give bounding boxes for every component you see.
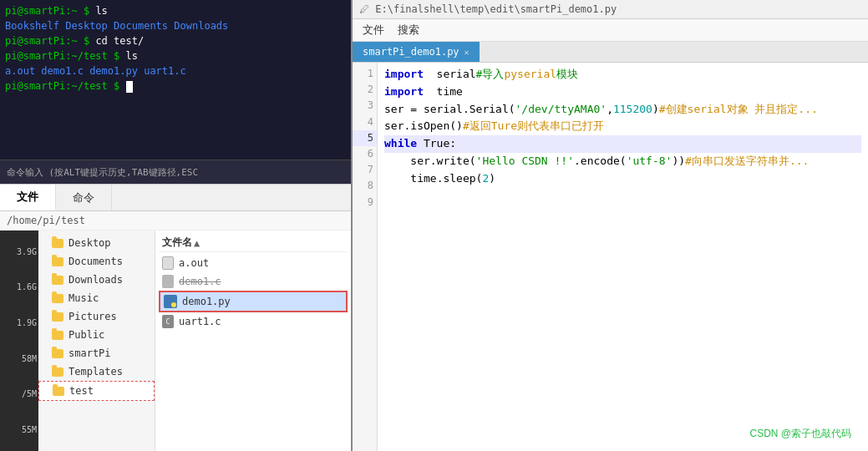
editor-menubar: 文件 搜索	[353, 19, 868, 42]
storage-label: 55M	[2, 425, 37, 434]
line-num: 8	[353, 178, 377, 194]
sidebar-item-test[interactable]: test	[38, 381, 155, 401]
sidebar-item-label: Templates	[69, 366, 123, 378]
folder-icon	[52, 367, 63, 377]
file-item-demo1c[interactable]: demo1.c	[159, 272, 348, 291]
python-file-icon	[164, 295, 177, 308]
folder-icon	[52, 312, 63, 322]
code-line-9	[384, 205, 861, 222]
editor-tab-label: smartPi_demo1.py	[363, 46, 459, 58]
code-area[interactable]: import serial#导入pyserial模块 import time s…	[378, 63, 868, 451]
code-line-3: ser = serial.Serial('/dev/ttyAMA0',11520…	[384, 101, 861, 119]
line-num: 9	[353, 195, 377, 210]
sidebar-item-label: Downloads	[69, 274, 123, 286]
folder-icon	[52, 331, 63, 340]
line-numbers: 1 2 3 4 5 6 7 8 9	[353, 63, 378, 451]
sidebar-item-public[interactable]: Public	[38, 326, 155, 344]
terminal-line: Bookshelf Desktop Documents Downloads	[5, 18, 346, 33]
sidebar-item-music[interactable]: Music	[38, 289, 155, 307]
code-line-1: import serial#导入pyserial模块	[384, 66, 861, 84]
editor-icon: 🖊	[359, 3, 375, 15]
sidebar-item-smartpi[interactable]: smartPi	[38, 344, 155, 362]
terminal-hint: 命令输入 (按ALT键提示历史,TAB键路径,ESC	[7, 167, 198, 178]
terminal-prompt: pi@smartPi:~ $	[5, 5, 95, 17]
line-num: 2	[353, 82, 377, 98]
terminal-prompt: pi@smartPi:~/test $	[5, 50, 126, 62]
storage-label: 58M	[2, 354, 37, 363]
folder-icon	[52, 239, 63, 248]
fm-file-list: 文件名 ▲ a.out demo1.c d	[155, 231, 351, 451]
terminal-cmd: ls	[126, 50, 138, 62]
folder-icon	[53, 387, 64, 396]
editor-tabs: smartPi_demo1.py ✕	[353, 42, 868, 63]
terminal-input-bar: 命令输入 (按ALT键提示历史,TAB键路径,ESC	[0, 160, 351, 184]
sidebar-item-templates[interactable]: Templates	[38, 362, 155, 381]
code-line-7: time.sleep(2)	[384, 170, 861, 188]
terminal-prompt: pi@smartPi:~/test $	[5, 80, 126, 92]
c-file-icon: C	[162, 315, 174, 328]
fm-path: /home/pi/test	[0, 211, 351, 231]
storage-label: 1.6G	[2, 282, 37, 291]
close-icon[interactable]: ✕	[464, 48, 470, 57]
sidebar-item-downloads[interactable]: Downloads	[38, 271, 155, 289]
fm-content: 3.9G 1.6G 1.9G 58M /5M 55M Desktop Docum…	[0, 231, 351, 451]
folder-icon	[52, 349, 63, 358]
sidebar-item-desktop[interactable]: Desktop	[38, 234, 155, 252]
sidebar-item-label: Public	[69, 329, 104, 341]
fm-tabs: 文件 命令	[0, 185, 351, 211]
tab-command[interactable]: 命令	[56, 185, 112, 210]
line-num: 6	[353, 146, 377, 162]
fm-sidebar: Desktop Documents Downloads Music Pictur…	[38, 231, 155, 451]
file-icon	[162, 256, 174, 270]
code-line-2: import time	[384, 84, 861, 101]
file-manager: 文件 命令 /home/pi/test 3.9G 1.6G 1.9G 58M /…	[0, 184, 351, 451]
code-line-5: while True:	[384, 135, 861, 153]
sidebar-item-label: test	[69, 385, 94, 397]
file-item-demo1py[interactable]: demo1.py	[159, 291, 348, 312]
terminal-cmd: cd test/	[95, 35, 144, 47]
line-num: 1	[353, 66, 377, 82]
terminal-line: pi@smartPi:~/test $ ls	[5, 48, 346, 63]
line-num: 4	[353, 114, 377, 130]
file-list-header: 文件名 ▲	[159, 234, 348, 252]
line-num: 7	[353, 162, 377, 178]
file-name: a.out	[179, 257, 209, 269]
terminal-prompt: pi@smartPi:~ $	[5, 35, 95, 47]
sidebar-item-documents[interactable]: Documents	[38, 252, 155, 271]
right-panel: 🖊 E:\finalshell\temp\edit\smartPi_demo1.…	[351, 0, 868, 451]
folder-icon	[52, 294, 63, 303]
sidebar-item-label: Music	[69, 292, 99, 304]
sidebar-item-pictures[interactable]: Pictures	[38, 307, 155, 326]
terminal-line: pi@smartPi:~/test $	[5, 79, 346, 94]
sidebar-item-label: Documents	[69, 256, 123, 267]
filename-header: 文件名	[162, 236, 192, 250]
folder-icon	[52, 276, 63, 285]
menu-search[interactable]: 搜索	[398, 23, 419, 38]
storage-label: 1.9G	[2, 318, 37, 327]
terminal-line: pi@smartPi:~ $ cd test/	[5, 33, 346, 48]
storage-label: /5M	[2, 389, 37, 398]
line-num: 3	[353, 98, 377, 114]
code-line-8	[384, 188, 861, 205]
terminal-line: a.out demo1.c demo1.py uart1.c	[5, 63, 346, 79]
sidebar-item-label: Desktop	[69, 237, 111, 249]
file-name: demo1.c	[179, 276, 221, 287]
terminal-output: Bookshelf Desktop Documents Downloads	[5, 20, 228, 32]
editor-content[interactable]: 1 2 3 4 5 6 7 8 9 import serial#导入pyseri…	[353, 63, 868, 451]
sidebar-item-label: Pictures	[69, 311, 117, 322]
menu-file[interactable]: 文件	[363, 23, 384, 38]
file-item-aout[interactable]: a.out	[159, 254, 348, 272]
file-item-uart1c[interactable]: C uart1.c	[159, 312, 348, 331]
sidebar-item-label: smartPi	[69, 347, 111, 359]
storage-panel: 3.9G 1.6G 1.9G 58M /5M 55M	[0, 231, 38, 451]
terminal-cmd: ls	[95, 5, 107, 17]
terminal-area: pi@smartPi:~ $ ls Bookshelf Desktop Docu…	[0, 0, 351, 160]
storage-label: 3.9G	[2, 247, 37, 256]
editor-path: E:\finalshell\temp\edit\smartPi_demo1.py	[375, 3, 617, 15]
tab-file[interactable]: 文件	[0, 185, 56, 210]
line-num-active: 5	[353, 130, 377, 146]
folder-icon	[52, 257, 63, 266]
code-line-6: ser.write('Hello CSDN !!'.encode('utf-8'…	[384, 153, 861, 170]
editor-tab-demo[interactable]: smartPi_demo1.py ✕	[353, 42, 480, 62]
watermark: CSDN @索子也敲代码	[749, 427, 851, 441]
